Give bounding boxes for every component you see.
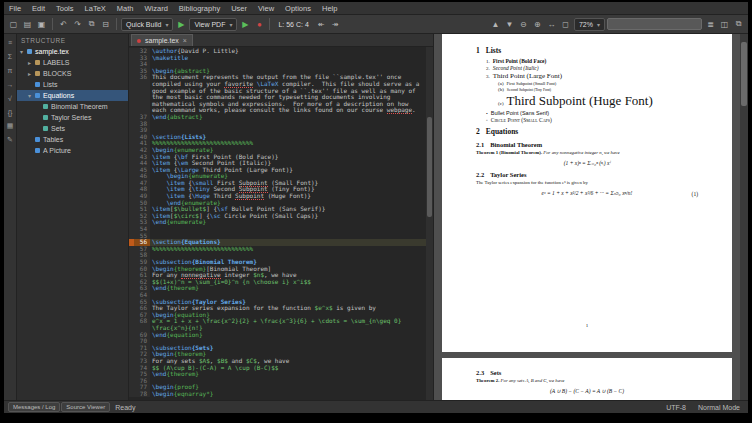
pdf-scroll-area[interactable]: 1 1Lists1.First Point (Bold Face)2.Secon… [434, 34, 740, 400]
cursor-position-label: L: 56 C: 4 [274, 21, 312, 28]
view-pdf-label: View PDF [194, 21, 225, 28]
zoom-in-icon[interactable]: ⊕ [531, 18, 544, 31]
stop-icon[interactable]: ● [253, 20, 265, 29]
toolbar-separator [116, 18, 117, 30]
tree-item-tables[interactable]: Tables [17, 134, 128, 145]
tree-item-sample-tex[interactable]: ▾sample.tex [17, 46, 128, 57]
code-line[interactable]: 36This document represents the output fr… [129, 74, 426, 114]
menu-tools[interactable]: Tools [51, 4, 79, 13]
save-icon[interactable]: ▣ [35, 18, 48, 31]
open-file-icon[interactable]: ▤ [21, 18, 34, 31]
menu-latex[interactable]: LaTeX [80, 4, 111, 13]
redo-icon[interactable]: ↷ [71, 18, 84, 31]
zoom-out-icon[interactable]: ⊖ [517, 18, 530, 31]
pdf-list-item: 3.Third Point (Large Font) [476, 72, 698, 80]
tree-item-sets[interactable]: Sets [17, 123, 128, 134]
zoom-dropdown[interactable]: 72% ▾ [574, 18, 605, 31]
symbols-panel-icon[interactable]: Σ [5, 51, 16, 61]
copy-icon[interactable]: ⧉ [85, 18, 98, 31]
tree-item-label: Equations [43, 92, 74, 99]
panel-tab-source-viewer[interactable]: Source Viewer [61, 402, 110, 412]
zoom-value: 72% [579, 21, 593, 28]
previous-page-icon[interactable]: ▲ [489, 18, 502, 31]
pdf-proof-label: Proof: [476, 399, 698, 400]
code-line[interactable]: 37\end{abstract} [129, 114, 426, 121]
menu-math[interactable]: Math [112, 4, 139, 13]
close-tab-icon[interactable]: × [183, 37, 187, 44]
two-pages-icon[interactable]: ◫ [718, 18, 731, 31]
view-pdf-dropdown[interactable]: View PDF ▾ [189, 18, 237, 31]
toolbar-nav-icons: ↞↠ [315, 18, 342, 31]
pdf-scrollbar[interactable] [740, 34, 748, 400]
goto-previous-icon[interactable]: ↞ [315, 18, 328, 31]
editor-scrollbar[interactable] [426, 47, 433, 400]
code-line[interactable]: 75\end{theorem} [129, 371, 426, 378]
goto-next-icon[interactable]: ↠ [329, 18, 342, 31]
run-quick-build-icon[interactable]: ▶ [175, 20, 187, 29]
menubar-items: FileEditToolsLaTeXMathWizardBibliography… [4, 4, 342, 13]
status-right: UTF-8 Normal Mode [666, 404, 744, 411]
fit-page-icon[interactable]: ◻ [559, 18, 572, 31]
menu-file[interactable]: File [4, 4, 26, 13]
code-line-text: \end{equation} [150, 332, 426, 339]
menu-view[interactable]: View [253, 4, 279, 13]
metapost-panel-icon[interactable]: ✎ [5, 135, 16, 145]
pdf-scrollbar-thumb[interactable] [741, 42, 747, 106]
menu-edit[interactable]: Edit [27, 4, 50, 13]
next-page-icon[interactable]: ▼ [503, 18, 516, 31]
code-line[interactable]: 57%%%%%%%%%%%%%%%%%%%%%%%%%%%% [129, 246, 426, 253]
pstricks-panel-icon[interactable]: ▦ [5, 121, 16, 131]
subsection-icon [43, 115, 48, 120]
tree-item-labels[interactable]: ▸LABELS [17, 57, 128, 68]
code-lines[interactable]: 32\author{David P. Little}33\maketitle34… [129, 47, 426, 400]
code-line[interactable]: 69\end{equation} [129, 332, 426, 339]
code-line[interactable]: 63\end{theorem} [129, 285, 426, 292]
tab-sample-tex[interactable]: sample.tex × [131, 34, 193, 46]
undo-icon[interactable]: ↶ [57, 18, 70, 31]
menu-options[interactable]: Options [280, 4, 316, 13]
code-line[interactable]: 78\begin{eqnarray*} [129, 391, 426, 398]
new-file-icon[interactable]: ▢ [7, 18, 20, 31]
arrows-panel-icon[interactable]: → [5, 79, 16, 89]
misc-symbols-panel-icon[interactable]: √ [5, 93, 16, 103]
menu-help[interactable]: Help [317, 4, 342, 13]
menu-bibliography[interactable]: Bibliography [174, 4, 225, 13]
fit-width-icon[interactable]: ↔ [545, 18, 558, 31]
code-line-text: \author{David P. Little} [150, 48, 426, 55]
toolbar: ▢▤▣ ↶↷⧉⊟ Quick Build ▾ ▶ View PDF ▾ ▶ ● … [4, 15, 748, 34]
external-viewer-icon[interactable]: ⧉ [732, 18, 745, 31]
pdf-search-input[interactable] [607, 18, 702, 30]
paste-icon[interactable]: ⊟ [99, 18, 112, 31]
delimiters-panel-icon[interactable]: {} [5, 107, 16, 117]
code-line[interactable]: 33\maketitle [129, 55, 426, 62]
code-line[interactable]: 53\end{enumerate} [129, 219, 426, 226]
tree-item-binomial-theorem[interactable]: Binomial Theorem [17, 101, 128, 112]
pdf-paragraph: The Taylor series expansion for the func… [476, 180, 698, 185]
modified-indicator-icon [137, 39, 141, 43]
code-line[interactable]: 38 [129, 121, 426, 128]
tree-item-blocks[interactable]: ▸BLOCKS [17, 68, 128, 79]
tab-title: sample.tex [145, 37, 179, 44]
structure-panel-icon[interactable]: ≡ [5, 37, 16, 47]
toolbar-separator [52, 18, 53, 30]
code-line-text: This document represents the output from… [150, 74, 426, 114]
continuous-scroll-icon[interactable]: ≣ [704, 18, 717, 31]
tree-item-lists[interactable]: Lists [17, 79, 128, 90]
tree-item-a-picture[interactable]: A Picture [17, 145, 128, 156]
greek-panel-icon[interactable]: π [5, 65, 16, 75]
code-line[interactable]: 54 [129, 226, 426, 233]
editor-scrollbar-thumb[interactable] [427, 117, 432, 217]
menu-user[interactable]: User [226, 4, 252, 13]
code-line-text: %%%%%%%%%%%%%%%%%%%%%%%%%%%% [150, 246, 426, 253]
run-view-pdf-icon[interactable]: ▶ [239, 20, 251, 29]
pdf-heading: 1Lists [476, 46, 698, 55]
menu-wizard[interactable]: Wizard [140, 4, 173, 13]
quick-build-dropdown[interactable]: Quick Build ▾ [121, 18, 173, 31]
panel-tab-messages-log[interactable]: Messages / Log [8, 402, 60, 412]
pdf-list-item: 1.First Point (Bold Face) [476, 58, 698, 64]
tree-item-taylor-series[interactable]: Taylor Series [17, 112, 128, 123]
tree-item-equations[interactable]: ▾Equations [17, 90, 128, 101]
pdf-heading: 2Equations [476, 127, 698, 136]
line-number: 78 [134, 391, 150, 398]
subsection-icon [43, 126, 48, 131]
